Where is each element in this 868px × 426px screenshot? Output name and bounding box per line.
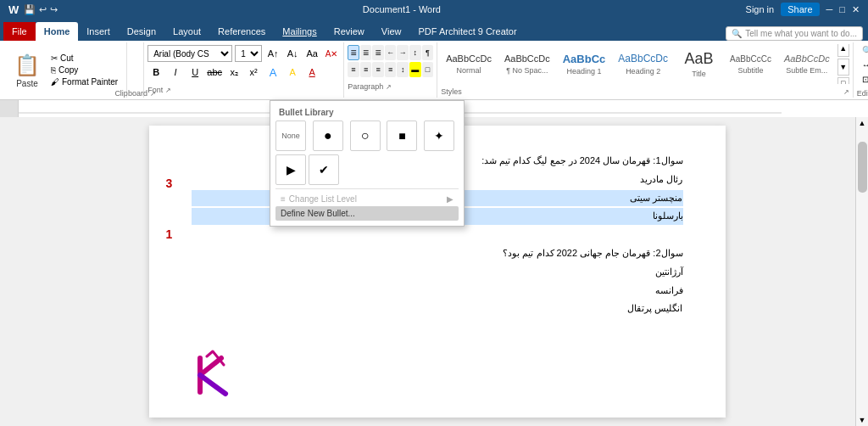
change-list-level-icon: ≡ (281, 194, 286, 204)
decrease-font-size-button[interactable]: A↓ (284, 45, 301, 62)
row-number-3: 3 (166, 177, 173, 190)
change-case-button[interactable]: Aa (303, 45, 320, 62)
find-button[interactable]: 🔍 Find (857, 44, 868, 57)
change-list-level-arrow: ▶ (447, 194, 453, 204)
tab-pdf[interactable]: PDF Architect 9 Creator (409, 22, 525, 41)
style-nospace[interactable]: AaBbCcDc ¶ No Spac... (499, 44, 555, 84)
justify-button[interactable]: ≡ (385, 62, 397, 77)
styles-scroll-buttons: ▲ ▼ □ (837, 44, 849, 84)
undo-icon[interactable]: ↩ (39, 4, 47, 15)
row-number-1: 1 (166, 227, 173, 241)
scroll-down-button[interactable]: ▼ (857, 414, 868, 426)
minimize-icon[interactable]: ─ (826, 4, 833, 14)
shading-button[interactable]: ▬ (409, 62, 421, 77)
select-button[interactable]: ⊡ Select ▾ (857, 73, 868, 86)
font-expand-icon[interactable]: ↗ (165, 87, 171, 94)
tab-layout[interactable]: Layout (164, 22, 209, 41)
style-subtle-em[interactable]: AaBbCcDc Subtle Em... (779, 44, 835, 84)
editing-group: 🔍 Find ↔ Replace ⊡ Select ▾ Editing (854, 42, 868, 98)
tab-insert[interactable]: Insert (78, 22, 119, 41)
tab-mailings[interactable]: Mailings (274, 22, 325, 41)
bold-button[interactable]: B (147, 64, 164, 81)
sign-in-button[interactable]: Sign in (746, 4, 775, 14)
bullet-grid: None ● ○ ■ ✦ (275, 121, 459, 151)
tab-view[interactable]: View (373, 22, 410, 41)
font-size-select[interactable]: 11 (235, 45, 262, 62)
share-button[interactable]: Share (781, 3, 819, 16)
tab-file[interactable]: File (3, 22, 36, 41)
find-icon: 🔍 (862, 46, 868, 55)
font-color-button[interactable]: A (303, 64, 320, 81)
ruler-corner (0, 100, 19, 117)
highlight-color-button[interactable]: A (284, 64, 301, 81)
superscript-button[interactable]: x² (245, 64, 262, 81)
copy-button[interactable]: ⎘ Copy (47, 64, 121, 76)
paste-button[interactable]: 📋 Paste (8, 44, 46, 96)
numbered-list-button[interactable]: ≡ (360, 45, 372, 60)
styles-scroll-up[interactable]: ▲ (837, 44, 849, 57)
styles-expand[interactable]: □ (837, 77, 849, 85)
bullet-none[interactable]: None (275, 121, 306, 151)
style-heading2[interactable]: AaBbCcDc Heading 2 (613, 44, 673, 84)
maximize-icon[interactable]: □ (839, 4, 845, 14)
subscript-button[interactable]: x₂ (225, 64, 242, 81)
logo-area (183, 350, 251, 401)
decrease-indent-button[interactable]: ← (385, 45, 397, 60)
bullet-arrow[interactable]: ▶ (275, 154, 306, 185)
scrollbar[interactable]: ▲ ▼ (855, 117, 868, 426)
style-normal[interactable]: AaBbCcDc Normal (441, 44, 497, 84)
tell-me-input[interactable]: 🔍 Tell me what you want to do... (726, 26, 863, 41)
style-heading1-label: Heading 1 (567, 67, 602, 76)
style-normal-label: Normal (457, 66, 481, 75)
redo-icon[interactable]: ↪ (50, 4, 58, 15)
search-icon: 🔍 (732, 29, 742, 38)
bullet-star[interactable]: ✦ (424, 121, 454, 151)
increase-font-size-button[interactable]: A↑ (264, 45, 281, 62)
scrollbar-thumb[interactable] (858, 142, 867, 193)
text-effect-button[interactable]: A (264, 64, 281, 81)
bullet-empty-circle[interactable]: ○ (350, 121, 381, 151)
style-heading1[interactable]: AaBbCc Heading 1 (558, 44, 611, 84)
replace-button[interactable]: ↔ Replace (857, 59, 868, 71)
style-title-preview: AaB (684, 50, 713, 69)
sort-button[interactable]: ↕ (409, 45, 421, 60)
line-spacing-button[interactable]: ↕ (397, 62, 409, 77)
align-left-button[interactable]: ≡ (348, 62, 359, 77)
format-painter-button[interactable]: 🖌 Format Painter (47, 76, 121, 87)
cut-button[interactable]: ✂ Cut (47, 53, 121, 64)
close-icon[interactable]: ✕ (852, 4, 860, 15)
bullet-list-button[interactable]: ≡ (348, 45, 359, 60)
quick-access-toolbar: 💾 ↩ ↪ (24, 4, 58, 15)
file-name: Document1 - Word (58, 4, 745, 14)
align-right-button[interactable]: ≡ (372, 62, 384, 77)
align-center-button[interactable]: ≡ (360, 62, 372, 77)
bullet-filled-square[interactable]: ■ (387, 121, 417, 151)
style-title[interactable]: AaB Title (676, 44, 722, 84)
increase-indent-button[interactable]: → (397, 45, 409, 60)
clear-format-button[interactable]: A✕ (323, 45, 340, 62)
bullet-checkmark[interactable]: ✔ (309, 154, 339, 185)
save-icon[interactable]: 💾 (24, 4, 36, 15)
styles-expand-icon[interactable]: ↗ (843, 88, 849, 96)
tab-references[interactable]: References (209, 22, 274, 41)
style-subtitle[interactable]: AaBbCcCc Subtitle (725, 44, 776, 84)
doc-line-6: آرژانتین (192, 264, 683, 281)
define-new-bullet-item[interactable]: Define New Bullet... (275, 206, 459, 221)
show-hide-button[interactable]: ¶ (422, 45, 434, 60)
scroll-up-button[interactable]: ▲ (857, 117, 868, 129)
italic-button[interactable]: I (167, 64, 184, 81)
border-button[interactable]: □ (422, 62, 434, 77)
strikethrough-button[interactable]: abc (206, 64, 223, 81)
style-subtitle-preview: AaBbCcCc (730, 54, 771, 64)
tab-design[interactable]: Design (119, 22, 164, 41)
bullet-row2: ▶ ✔ (275, 154, 459, 185)
underline-button[interactable]: U (186, 64, 203, 81)
tab-home[interactable]: Home (36, 22, 79, 41)
font-name-select[interactable]: Arial (Body CS (147, 45, 232, 62)
tab-review[interactable]: Review (326, 22, 373, 41)
bullet-filled-circle[interactable]: ● (313, 121, 343, 151)
styles-scroll-down[interactable]: ▼ (837, 59, 849, 76)
paragraph-expand-icon[interactable]: ↗ (386, 83, 392, 91)
multilevel-list-button[interactable]: ≡ (372, 45, 384, 60)
style-subtle-em-preview: AaBbCcDc (784, 53, 830, 64)
